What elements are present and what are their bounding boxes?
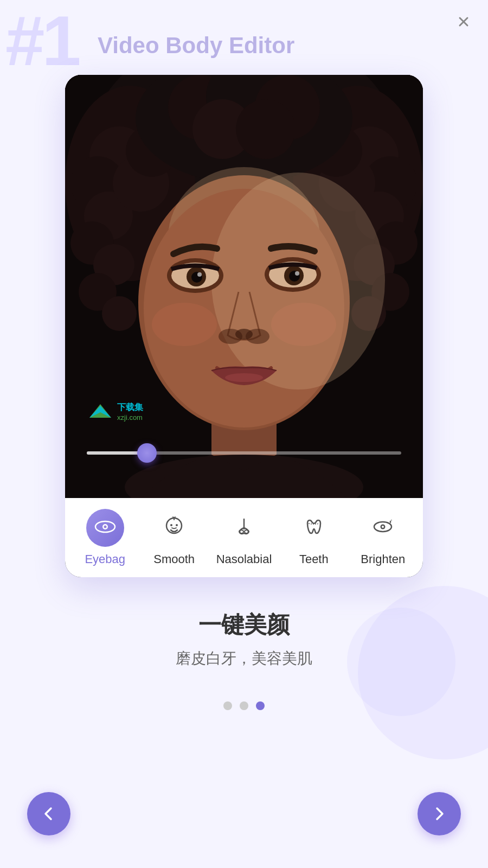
tool-brighten[interactable]: Brighten xyxy=(356,509,410,566)
svg-point-52 xyxy=(225,373,263,382)
svg-point-51 xyxy=(235,329,253,340)
tool-teeth-icon-wrap xyxy=(295,509,333,547)
tool-eyebag[interactable]: Eyebag xyxy=(78,509,132,566)
svg-rect-56 xyxy=(87,417,114,422)
brighten-icon xyxy=(371,515,395,541)
next-button[interactable] xyxy=(418,792,461,835)
svg-point-62 xyxy=(176,524,178,526)
header-title: Video Body Editor xyxy=(11,11,472,59)
bottom-section: 一键美颜 磨皮白牙，美容美肌 xyxy=(154,610,334,669)
tool-smooth[interactable]: Smooth xyxy=(147,509,201,566)
watermark: 下载集 xzji.com xyxy=(87,401,143,422)
svg-point-36 xyxy=(152,303,217,346)
bottom-title: 一键美颜 xyxy=(176,610,312,640)
bottom-subtitle: 磨皮白牙，美容美肌 xyxy=(176,648,312,669)
tool-nasolabial[interactable]: Nasolabial xyxy=(216,509,272,566)
tool-eyebag-icon-wrap xyxy=(86,509,124,547)
face-image: 下载集 xzji.com xyxy=(65,75,423,498)
svg-point-59 xyxy=(104,526,106,528)
tool-brighten-icon-wrap xyxy=(364,509,402,547)
face-illustration xyxy=(65,75,423,498)
watermark-brand: 下载集 xyxy=(117,403,143,412)
svg-point-12 xyxy=(102,296,137,331)
main-content: 下载集 xzji.com xyxy=(0,64,488,710)
watermark-logo-icon xyxy=(87,401,114,422)
eyebag-icon xyxy=(93,515,117,541)
svg-point-67 xyxy=(382,526,384,528)
tool-nasolabial-label: Nasolabial xyxy=(216,552,272,566)
editor-card: 下载集 xzji.com xyxy=(65,75,423,577)
slider-track[interactable] xyxy=(87,451,401,455)
close-button[interactable] xyxy=(453,11,474,33)
slider-fill xyxy=(87,451,143,455)
dot-2[interactable] xyxy=(240,701,248,710)
svg-point-47 xyxy=(197,272,202,277)
teeth-icon xyxy=(302,515,326,541)
watermark-site: xzji.com xyxy=(117,413,143,422)
toolbar: Eyebag xyxy=(65,498,423,577)
prev-button[interactable] xyxy=(27,792,70,835)
tool-eyebag-label: Eyebag xyxy=(85,552,125,566)
tool-teeth-label: Teeth xyxy=(299,552,329,566)
tool-brighten-label: Brighten xyxy=(361,552,405,566)
tool-smooth-label: Smooth xyxy=(153,552,195,566)
slider-area[interactable] xyxy=(65,451,423,455)
svg-point-48 xyxy=(295,271,299,276)
tool-teeth[interactable]: Teeth xyxy=(287,509,341,566)
dot-1[interactable] xyxy=(223,701,232,710)
svg-point-61 xyxy=(170,524,172,526)
smooth-icon xyxy=(162,515,186,541)
dot-3[interactable] xyxy=(256,701,265,710)
slider-thumb[interactable] xyxy=(137,443,157,463)
nasolabial-icon xyxy=(232,515,256,541)
tool-nasolabial-icon-wrap xyxy=(225,509,263,547)
header: #1 Video Body Editor xyxy=(0,0,488,64)
svg-point-31 xyxy=(236,99,296,159)
tool-smooth-icon-wrap xyxy=(155,509,193,547)
pagination xyxy=(223,701,265,710)
